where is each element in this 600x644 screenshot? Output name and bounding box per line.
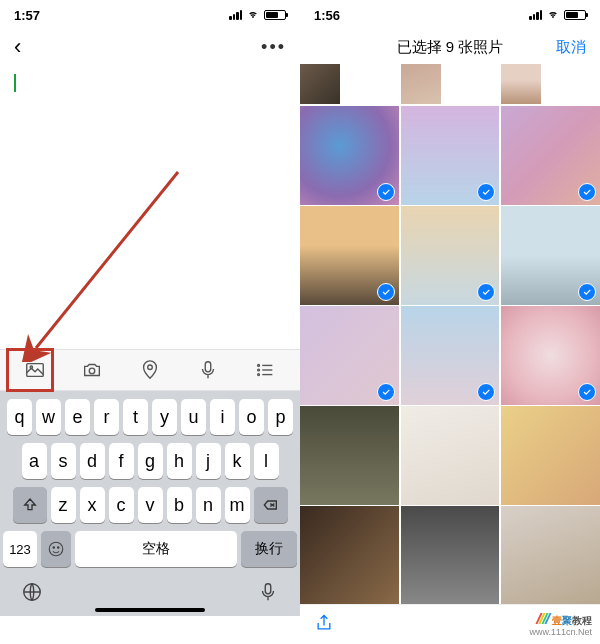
thumb-image (401, 506, 500, 604)
photo-thumb[interactable] (401, 206, 500, 305)
svg-rect-16 (265, 584, 271, 594)
key-r[interactable]: r (94, 399, 119, 435)
key-w[interactable]: w (36, 399, 61, 435)
delete-icon (262, 497, 280, 513)
cancel-button[interactable]: 取消 (556, 38, 586, 57)
more-button[interactable]: ••• (261, 37, 286, 58)
key-z[interactable]: z (51, 487, 76, 523)
share-icon (314, 613, 334, 633)
key-e[interactable]: e (65, 399, 90, 435)
wifi-icon (246, 10, 260, 20)
emoji-key[interactable] (41, 531, 71, 567)
svg-rect-5 (205, 362, 211, 372)
photo-thumb[interactable] (300, 106, 399, 205)
key-q[interactable]: q (7, 399, 32, 435)
photo-thumb[interactable] (501, 64, 541, 104)
key-d[interactable]: d (80, 443, 105, 479)
share-button[interactable] (314, 613, 334, 637)
key-g[interactable]: g (138, 443, 163, 479)
list-button[interactable] (245, 350, 285, 390)
list-icon (254, 359, 276, 381)
right-phone: 1:56 已选择 9 张照片 取消 (300, 0, 600, 644)
status-indicators (529, 10, 586, 20)
shift-icon (22, 497, 38, 513)
photo-thumb[interactable] (501, 306, 600, 405)
svg-point-12 (49, 542, 63, 556)
photo-thumb[interactable] (401, 64, 441, 104)
key-b[interactable]: b (167, 487, 192, 523)
photo-thumb[interactable] (300, 206, 399, 305)
text-cursor (14, 74, 16, 92)
photo-thumb[interactable] (501, 406, 600, 505)
status-bar: 1:56 (300, 0, 600, 30)
photo-thumb[interactable] (401, 306, 500, 405)
thumb-image (501, 64, 541, 104)
keyboard: qwertyuiop asdfghjkl zxcvbnm 123 空格 换行 (0, 391, 300, 616)
selected-checkmark (477, 383, 495, 401)
key-m[interactable]: m (225, 487, 250, 523)
page-title: 已选择 9 张照片 (397, 38, 504, 57)
camera-button[interactable] (72, 350, 112, 390)
selected-checkmark (377, 283, 395, 301)
key-a[interactable]: a (22, 443, 47, 479)
thumb-image (300, 64, 340, 104)
text-editor[interactable] (0, 64, 300, 349)
key-f[interactable]: f (109, 443, 134, 479)
thumb-image (401, 64, 441, 104)
svg-point-10 (258, 374, 260, 376)
back-button[interactable]: ‹ (14, 34, 21, 60)
delete-key[interactable] (254, 487, 288, 523)
svg-point-8 (258, 369, 260, 371)
photo-thumb[interactable] (501, 106, 600, 205)
key-l[interactable]: l (254, 443, 279, 479)
photo-thumb[interactable] (401, 106, 500, 205)
photo-thumb[interactable] (501, 506, 600, 604)
key-y[interactable]: y (152, 399, 177, 435)
key-i[interactable]: i (210, 399, 235, 435)
thumb-image (300, 506, 399, 604)
thumb-image (501, 406, 600, 505)
battery-icon (264, 10, 286, 20)
photo-grid (300, 64, 600, 604)
compose-toolbar (0, 349, 300, 391)
photo-thumb[interactable] (300, 306, 399, 405)
home-indicator (95, 608, 205, 612)
key-c[interactable]: c (109, 487, 134, 523)
location-button[interactable] (130, 350, 170, 390)
svg-point-6 (258, 365, 260, 367)
key-s[interactable]: s (51, 443, 76, 479)
location-icon (139, 359, 161, 381)
enter-key[interactable]: 换行 (241, 531, 297, 567)
photo-thumb[interactable] (401, 406, 500, 505)
key-h[interactable]: h (167, 443, 192, 479)
thumb-image (300, 406, 399, 505)
dictation-icon[interactable] (257, 581, 279, 603)
bottom-toolbar: 壹聚教程 www.111cn.Net (300, 604, 600, 644)
globe-icon[interactable] (21, 581, 43, 603)
shift-key[interactable] (13, 487, 47, 523)
photo-thumb[interactable] (401, 506, 500, 604)
numbers-key[interactable]: 123 (3, 531, 37, 567)
selected-checkmark (377, 183, 395, 201)
status-time: 1:57 (14, 8, 40, 23)
photo-button[interactable] (15, 350, 55, 390)
space-key[interactable]: 空格 (75, 531, 237, 567)
key-k[interactable]: k (225, 443, 250, 479)
key-x[interactable]: x (80, 487, 105, 523)
mic-button[interactable] (188, 350, 228, 390)
photo-thumb[interactable] (300, 64, 340, 104)
key-u[interactable]: u (181, 399, 206, 435)
svg-point-4 (148, 365, 153, 370)
key-j[interactable]: j (196, 443, 221, 479)
key-n[interactable]: n (196, 487, 221, 523)
key-v[interactable]: v (138, 487, 163, 523)
photo-thumb[interactable] (300, 406, 399, 505)
photo-thumb[interactable] (501, 206, 600, 305)
selected-checkmark (377, 383, 395, 401)
key-t[interactable]: t (123, 399, 148, 435)
signal-icon (529, 10, 542, 20)
signal-icon (229, 10, 242, 20)
photo-thumb[interactable] (300, 506, 399, 604)
key-o[interactable]: o (239, 399, 264, 435)
key-p[interactable]: p (268, 399, 293, 435)
